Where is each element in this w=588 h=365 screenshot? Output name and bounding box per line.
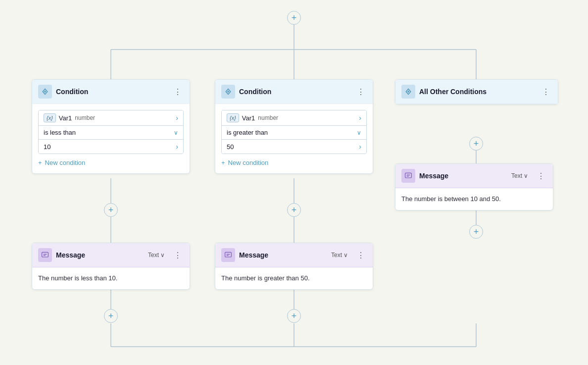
condition-1-row: {x} Var1 number › is less than ∨ 10 ›	[38, 110, 184, 154]
message-3-header: Message Text ∨ ⋮	[395, 164, 553, 188]
message-3-type-badge[interactable]: Text ∨	[511, 172, 528, 179]
message-2-menu[interactable]: ⋮	[355, 250, 367, 261]
svg-rect-17	[405, 173, 412, 178]
condition-1-title: Condition	[56, 88, 168, 96]
condition-2-var-type: number	[258, 114, 356, 121]
condition-1-icon	[38, 85, 52, 99]
message-3-type-chevron: ∨	[524, 172, 528, 179]
message-1-type-badge[interactable]: Text ∨	[148, 252, 165, 259]
message-1-body: The number is less than 10.	[32, 267, 190, 289]
aoc-header: All Other Conditions ⋮	[395, 80, 558, 104]
condition-card-2: Condition ⋮ {x} Var1 number › is greater…	[215, 79, 373, 174]
condition-1-var-name: Var1	[59, 114, 72, 122]
svg-rect-18	[42, 252, 49, 257]
top-plus-button[interactable]: +	[287, 11, 301, 25]
condition-2-operator: is greater than	[227, 129, 354, 136]
condition-2-new-plus: +	[221, 159, 225, 166]
message-1-title: Message	[56, 251, 144, 259]
condition-1-op-row[interactable]: is less than ∨	[39, 126, 183, 140]
message-2-type-badge[interactable]: Text ∨	[331, 252, 348, 259]
message-3-title: Message	[419, 172, 507, 180]
condition-1-menu[interactable]: ⋮	[172, 86, 184, 98]
right-plus-button[interactable]: +	[469, 137, 483, 151]
condition-2-val-row[interactable]: 50 ›	[222, 140, 366, 154]
message-1-text: The number is less than 10.	[38, 274, 117, 282]
condition-1-new-label: New condition	[45, 159, 86, 166]
condition-2-var-badge: {x}	[227, 113, 239, 122]
message-1-header: Message Text ∨ ⋮	[32, 243, 190, 267]
message-2-title: Message	[239, 251, 327, 259]
condition-1-val-row[interactable]: 10 ›	[39, 140, 183, 154]
svg-rect-19	[225, 252, 232, 257]
message-card-1: Message Text ∨ ⋮ The number is less than…	[32, 243, 190, 290]
bottom-left-plus-button[interactable]: +	[104, 309, 118, 323]
condition-2-row: {x} Var1 number › is greater than ∨ 50 ›	[221, 110, 367, 154]
condition-2-icon	[221, 85, 235, 99]
message-3-text: The number is between 10 and 50.	[401, 195, 501, 203]
condition-2-value: 50	[227, 143, 359, 151]
condition-1-var-badge: {x}	[44, 113, 56, 122]
condition-2-header: Condition ⋮	[215, 80, 373, 104]
message-2-text: The number is greater than 50.	[221, 274, 310, 282]
message-1-type-label: Text	[148, 252, 159, 259]
bottom-center-plus-button[interactable]: +	[287, 309, 301, 323]
aoc-menu[interactable]: ⋮	[540, 86, 552, 98]
condition-1-value: 10	[44, 143, 176, 151]
condition-2-body: {x} Var1 number › is greater than ∨ 50 ›…	[215, 104, 373, 173]
condition-2-menu[interactable]: ⋮	[355, 86, 367, 98]
condition-1-operator: is less than	[44, 129, 171, 136]
condition-2-new-btn[interactable]: + New condition	[221, 158, 367, 167]
message-3-icon	[401, 169, 415, 183]
aoc-title: All Other Conditions	[419, 88, 536, 96]
message-2-icon	[221, 248, 235, 262]
condition-1-header: Condition ⋮	[32, 80, 190, 104]
condition-2-new-label: New condition	[228, 159, 269, 166]
left-mid-plus-button[interactable]: +	[104, 203, 118, 217]
condition-1-new-btn[interactable]: + New condition	[38, 158, 184, 167]
message-1-type-chevron: ∨	[160, 252, 165, 259]
right-bottom-plus-button[interactable]: +	[469, 225, 483, 239]
message-2-header: Message Text ∨ ⋮	[215, 243, 373, 267]
condition-2-arrow: ›	[359, 114, 361, 122]
all-other-conditions-card: All Other Conditions ⋮	[395, 79, 558, 104]
condition-2-op-row[interactable]: is greater than ∨	[222, 126, 366, 140]
condition-2-title: Condition	[239, 88, 351, 96]
condition-card-1: Condition ⋮ {x} Var1 number › is less th…	[32, 79, 190, 174]
message-3-body: The number is between 10 and 50.	[395, 188, 553, 210]
condition-1-arrow: ›	[176, 114, 178, 122]
message-card-3: Message Text ∨ ⋮ The number is between 1…	[395, 163, 553, 210]
message-card-2: Message Text ∨ ⋮ The number is greater t…	[215, 243, 373, 290]
message-2-type-label: Text	[331, 252, 342, 259]
message-2-body: The number is greater than 50.	[215, 267, 373, 289]
aoc-icon	[401, 85, 415, 99]
condition-1-var-type: number	[75, 114, 173, 121]
message-3-type-label: Text	[511, 172, 522, 179]
condition-1-var-row[interactable]: {x} Var1 number ›	[39, 110, 183, 126]
condition-2-var-name: Var1	[242, 114, 255, 122]
condition-2-var-row[interactable]: {x} Var1 number ›	[222, 110, 366, 126]
message-1-menu[interactable]: ⋮	[172, 250, 184, 261]
message-3-menu[interactable]: ⋮	[535, 170, 547, 182]
condition-1-new-plus: +	[38, 159, 42, 166]
canvas: + Condition ⋮ {x} Var1 number ›	[0, 0, 588, 365]
condition-1-val-arrow: ›	[176, 143, 178, 151]
condition-1-op-chevron: ∨	[174, 129, 178, 136]
message-1-icon	[38, 248, 52, 262]
condition-2-val-arrow: ›	[359, 143, 361, 151]
center-mid-plus-button[interactable]: +	[287, 203, 301, 217]
condition-2-op-chevron: ∨	[357, 129, 361, 136]
message-2-type-chevron: ∨	[343, 252, 348, 259]
condition-1-body: {x} Var1 number › is less than ∨ 10 › + …	[32, 104, 190, 173]
